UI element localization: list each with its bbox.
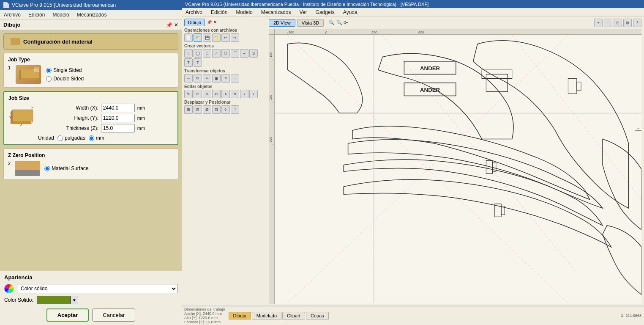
r-menu-modelo[interactable]: Modelo <box>235 9 254 16</box>
ellipse-icon[interactable]: ◯ <box>194 49 202 58</box>
redo-icon[interactable]: ↪ <box>231 33 239 42</box>
spiral-icon[interactable]: S <box>249 49 258 58</box>
width-input[interactable] <box>101 104 135 112</box>
menu-edicion[interactable]: Edición <box>27 11 46 18</box>
edit6-icon[interactable]: ∨ <box>231 90 239 98</box>
polygon-icon[interactable]: ⬡ <box>221 49 230 58</box>
desp6-icon[interactable]: ⊺ <box>231 105 239 114</box>
mm-radio[interactable] <box>89 135 94 141</box>
desp5-icon[interactable]: ⊹ <box>221 105 230 114</box>
tab-clipart[interactable]: Clipart <box>282 312 305 319</box>
save-as-icon[interactable]: 📁 <box>212 33 221 42</box>
menu-archivo[interactable]: Archivo <box>3 11 22 18</box>
text-icon[interactable]: T <box>184 58 193 67</box>
undo-icon[interactable]: ↩ <box>221 33 230 42</box>
rect-icon[interactable]: □ <box>203 49 211 58</box>
edit8-icon[interactable]: › <box>249 90 258 98</box>
r-menu-archivo[interactable]: Archivo <box>184 9 204 16</box>
color-type-select[interactable]: Color sólido <box>17 284 177 293</box>
apariencia-title: Apariencia <box>4 274 177 281</box>
edit2-icon[interactable]: ✂ <box>194 90 202 98</box>
move-icon[interactable]: ↔ <box>184 74 193 83</box>
tab-2d-view[interactable]: 2D View <box>269 19 295 27</box>
star-icon[interactable]: ☆ <box>212 49 221 58</box>
archivos-icons: 📄 📂 💾 📁 ↩ ↪ <box>184 33 263 42</box>
circle-icon[interactable]: ○ <box>184 49 193 58</box>
color-dropdown-button[interactable]: ▼ <box>71 296 78 304</box>
arc-icon[interactable]: ⌣ <box>240 49 248 58</box>
pulgadas-radio[interactable] <box>57 135 63 141</box>
view-tabs-row: 2D View Vista 3D 🔍 🔍 0• + − ⊡ ⊞ ⋮ <box>269 19 641 27</box>
tab-cepas[interactable]: Cepas <box>306 312 329 319</box>
single-sided-option[interactable]: Single Sided <box>46 67 84 73</box>
unidad-label: Unidad <box>38 135 54 141</box>
desp2-icon[interactable]: ⊟ <box>194 105 202 114</box>
dibujo-panel-tab[interactable]: Dibujo <box>184 19 205 26</box>
zoom-control: 🔍 🔍 0• <box>329 20 348 25</box>
fit-icon[interactable]: ⊡ <box>614 19 622 27</box>
double-sided-option[interactable]: Double Sided <box>46 76 84 82</box>
edit1-icon[interactable]: ✎ <box>184 90 193 98</box>
tab-modelado[interactable]: Modelado <box>252 312 281 319</box>
r-menu-ayuda[interactable]: Ayuda <box>342 9 359 16</box>
r-menu-edicion[interactable]: Edición <box>210 9 229 16</box>
desp4-icon[interactable]: ⊡ <box>212 105 221 114</box>
close-icon[interactable]: ✕ <box>174 22 178 28</box>
edit4-icon[interactable]: ⊖ <box>212 90 221 98</box>
r-menu-ver[interactable]: Ver <box>298 9 308 16</box>
menu-modelo[interactable]: Modelo <box>51 11 70 18</box>
config-material-button[interactable]: Configuración del material <box>3 33 178 50</box>
edit5-icon[interactable]: ∧ <box>221 90 230 98</box>
new-file-icon[interactable]: 📄 <box>184 33 193 42</box>
r-menu-mecanizados[interactable]: Mecanizados <box>260 9 292 16</box>
edit3-icon[interactable]: ⊕ <box>203 90 211 98</box>
edit7-icon[interactable]: ‹ <box>240 90 248 98</box>
aceptar-button[interactable]: Aceptar <box>46 308 89 322</box>
thickness-input[interactable] <box>101 124 135 132</box>
curve-icon[interactable]: ⌒ <box>231 49 239 58</box>
tab-vista-3d[interactable]: Vista 3D <box>297 19 324 27</box>
canvas-area[interactable]: ANDER ANDER <box>275 35 641 304</box>
material-surface-label: Material Surface <box>52 165 88 171</box>
desp3-icon[interactable]: ⊠ <box>203 105 211 114</box>
pulgadas-option[interactable]: pulgadas <box>57 135 85 141</box>
svg-text:ANDER: ANDER <box>420 87 440 93</box>
pulgadas-label: pulgadas <box>65 135 85 141</box>
cancelar-button[interactable]: Cancelar <box>92 308 135 322</box>
menu-mecanizados[interactable]: Mecanizados <box>76 11 108 18</box>
tab-dibujo[interactable]: Dibujo <box>229 312 251 319</box>
pin-icon[interactable]: 📌 <box>166 22 172 28</box>
text2-icon[interactable]: T <box>194 58 202 67</box>
job-size-image: Z X Y <box>8 104 34 127</box>
single-sided-radio[interactable] <box>46 68 52 73</box>
svg-text:0: 0 <box>325 30 327 34</box>
zoom-icon: 🔍 <box>329 20 335 25</box>
panel-close-icon[interactable]: ✕ <box>213 20 217 25</box>
save-icon[interactable]: 💾 <box>203 33 211 42</box>
distribute-icon[interactable]: ⋮ <box>231 74 239 83</box>
vectores-icons: ○ ◯ □ ☆ ⬡ ⌒ ⌣ S T T <box>184 49 263 67</box>
right-menu-bar: Archivo Edición Modelo Mecanizados Ver G… <box>182 8 644 17</box>
double-sided-radio[interactable] <box>46 76 52 82</box>
panel-pin-icon[interactable]: 📌 <box>207 20 212 25</box>
grid-icon[interactable]: ⊞ <box>623 19 632 27</box>
height-input[interactable] <box>101 114 135 122</box>
color-swatch[interactable] <box>37 296 71 304</box>
r-menu-gadgets[interactable]: Gadgets <box>314 9 336 16</box>
snap-icon[interactable]: ⋮ <box>633 19 641 27</box>
mirror-icon[interactable]: ⇔ <box>203 74 211 83</box>
svg-text:ANDER: ANDER <box>420 65 440 72</box>
open-folder-icon[interactable]: 📂 <box>194 33 202 42</box>
desp1-icon[interactable]: ⊞ <box>184 105 193 114</box>
job-size-fields: Width (X): mm Height (Y): mm Thickness (… <box>38 104 173 141</box>
material-surface-option[interactable]: Material Surface <box>44 165 88 171</box>
align-icon[interactable]: ≡ <box>221 74 230 83</box>
rotate-icon[interactable]: ↻ <box>194 74 202 83</box>
material-surface-radio[interactable] <box>44 166 50 171</box>
zoom-out-icon[interactable]: − <box>604 19 612 27</box>
group-icon[interactable]: ▣ <box>212 74 221 83</box>
right-title-text: VCarve Pro 9.015 {Universidad Iberoameri… <box>185 2 428 7</box>
svg-text:-100: -100 <box>269 52 272 58</box>
mm-option[interactable]: mm <box>89 135 104 141</box>
zoom-in-icon[interactable]: + <box>594 19 603 27</box>
